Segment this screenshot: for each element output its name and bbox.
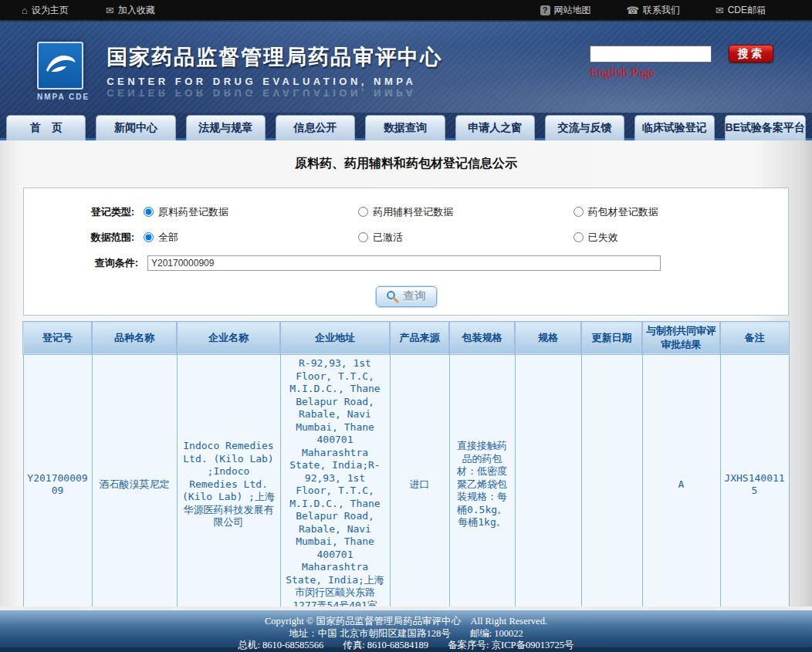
page-title: 原料药、药用辅料和药包材登记信息公示 (0, 140, 812, 172)
add-favorite-label: 加入收藏 (118, 4, 155, 17)
col-product-name: 品种名称 (92, 322, 177, 354)
tab-data-query[interactable]: 数据查询 (365, 115, 445, 140)
cell-product-name: 酒石酸溴莫尼定 (92, 354, 177, 607)
query-button-label: 查询 (404, 289, 427, 303)
question-icon: ? (540, 5, 550, 15)
magnifier-icon (386, 290, 399, 303)
radio-scope-activated-input[interactable] (358, 232, 368, 242)
data-scope-label: 数据范围: (24, 231, 144, 245)
site-search-button[interactable]: 搜索 (729, 45, 773, 62)
query-button[interactable]: 查询 (376, 286, 437, 307)
contact-link[interactable]: ☎ 联系我们 (627, 4, 680, 17)
tab-home[interactable]: 首 页 (6, 115, 86, 140)
radio-scope-all-input[interactable] (144, 232, 154, 242)
site-title-en-reflection: CENTER FOR DRUG EVALUATION, NMPA (107, 87, 442, 99)
set-homepage-link[interactable]: ⌂ 设为主页 (22, 4, 69, 17)
footer-copyright: Copyright © 国家药品监督管理局药品审评中心 All Right Re… (0, 616, 812, 628)
cell-remark: JXHS1400115 (720, 354, 789, 607)
footer-contact: 总机: 8610-68585566 传真: 8610-68584189 备案序号… (0, 640, 812, 652)
cell-company-address: R-92,93, 1st Floor, T.T.C, M.I.D.C., Tha… (280, 354, 390, 607)
col-registration-no: 登记号 (23, 322, 92, 354)
radio-excipient-input[interactable] (358, 207, 368, 217)
add-favorite-link[interactable]: ✉ 加入收藏 (106, 4, 155, 17)
tab-applicant[interactable]: 申请人之窗 (455, 115, 535, 140)
col-packaging-spec: 包装规格 (449, 322, 515, 354)
table-row: Y20170000909 酒石酸溴莫尼定 Indoco Remedies Ltd… (23, 354, 789, 607)
sitemap-label: 网站地图 (554, 4, 591, 17)
cde-mail-link[interactable]: ✉ CDE邮箱 (716, 4, 766, 17)
results-table: 登记号 品种名称 企业名称 企业地址 产品来源 包装规格 规格 更新日期 与制剂… (23, 321, 790, 606)
radio-packaging-input[interactable] (573, 207, 584, 217)
col-remark: 备注 (720, 322, 789, 354)
table-header-row: 登记号 品种名称 企业名称 企业地址 产品来源 包装规格 规格 更新日期 与制剂… (23, 322, 789, 354)
cell-update-date (581, 354, 642, 607)
col-joint-review-result: 与制剂共同审评审批结果 (642, 322, 720, 354)
col-company-address: 企业地址 (280, 322, 390, 354)
home-icon: ⌂ (22, 5, 28, 16)
cde-mail-label: CDE邮箱 (728, 4, 766, 17)
query-condition-label: 查询条件: (24, 256, 147, 270)
cde-logo-swoosh (42, 49, 79, 83)
phone-icon: ☎ (627, 5, 639, 16)
radio-excipient-data[interactable]: 药用辅料登记数据 (358, 205, 573, 219)
radio-scope-all[interactable]: 全部 (144, 231, 358, 245)
query-form-panel: 登记类型: 原料药登记数据 药用辅料登记数据 药包材登记数据 数据范围: 全部 (23, 187, 789, 316)
site-header: NMPA CDE 国家药品监督管理局药品审评中心 CENTER FOR DRUG… (0, 22, 812, 113)
logo-caption: NMPA CDE (37, 93, 90, 101)
site-search-input[interactable] (590, 46, 712, 62)
col-company-name: 企业名称 (177, 322, 280, 354)
site-title-en: CENTER FOR DRUG EVALUATION, NMPA (107, 76, 442, 87)
cell-company-name: Indoco Remedies Ltd. (Kilo Lab) ;Indoco … (177, 354, 280, 607)
tab-be-platform[interactable]: BE试验备案平台 (725, 115, 806, 140)
tab-clinical-trial[interactable]: 临床试验登记 (634, 115, 714, 140)
radio-packaging-data[interactable]: 药包材登记数据 (573, 205, 788, 219)
radio-raw-material-data[interactable]: 原料药登记数据 (144, 205, 358, 219)
set-homepage-label: 设为主页 (32, 4, 69, 17)
envelope-icon: ✉ (106, 5, 114, 16)
radio-scope-activated[interactable]: 已激活 (358, 231, 573, 245)
main-content: 原料药、药用辅料和药包材登记信息公示 登记类型: 原料药登记数据 药用辅料登记数… (0, 140, 812, 606)
col-spec: 规格 (515, 322, 581, 354)
footer-address: 地址：中国 北京市朝阳区建国路128号 邮编: 100022 (0, 628, 812, 640)
cde-logo (37, 42, 83, 90)
tab-news[interactable]: 新闻中心 (96, 115, 175, 140)
radio-raw-material-input[interactable] (144, 207, 154, 217)
cell-registration-no: Y20170000909 (23, 354, 92, 607)
sitemap-link[interactable]: ? 网站地图 (540, 4, 591, 17)
mail-icon: ✉ (716, 5, 724, 16)
reg-type-label: 登记类型: (24, 205, 144, 219)
topbar: ⌂ 设为主页 ✉ 加入收藏 ? 网站地图 ☎ 联系我们 ✉ CDE邮箱 (0, 0, 812, 22)
tab-disclosure[interactable]: 信息公开 (276, 115, 355, 140)
cell-spec (515, 354, 581, 607)
main-nav: 首 页 新闻中心 法规与规章 信息公开 数据查询 申请人之窗 交流与反馈 临床试… (0, 113, 812, 140)
english-page-link[interactable]: English Page (590, 66, 655, 79)
contact-label: 联系我们 (643, 4, 680, 17)
tab-regulations[interactable]: 法规与规章 (186, 115, 266, 140)
radio-scope-invalid[interactable]: 已失效 (573, 231, 788, 245)
cell-packaging-spec: 直接接触药品的药包材：低密度聚乙烯袋包装规格：每桶0.5kg。每桶1kg。 (449, 354, 515, 607)
col-product-source: 产品来源 (390, 322, 449, 354)
site-footer: Copyright © 国家药品监督管理局药品审评中心 All Right Re… (0, 610, 812, 652)
cell-product-source: 进口 (390, 354, 449, 607)
radio-scope-invalid-input[interactable] (573, 232, 584, 242)
tab-feedback[interactable]: 交流与反馈 (545, 115, 624, 140)
site-title-cn: 国家药品监督管理局药品审评中心 (107, 43, 442, 71)
cell-joint-review-result: A (642, 354, 720, 607)
col-update-date: 更新日期 (581, 322, 642, 354)
query-condition-input[interactable] (147, 255, 661, 271)
